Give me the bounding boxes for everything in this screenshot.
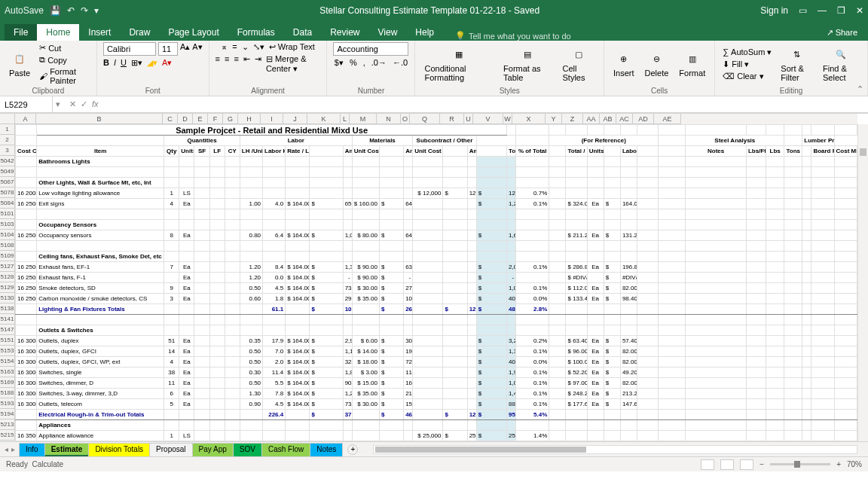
tab-formulas[interactable]: Formulas [228, 24, 284, 41]
zoom-in-icon[interactable]: + [836, 460, 841, 468]
row-header-5067[interactable]: 5067 [0, 177, 15, 188]
number-format-select[interactable]: Accounting [333, 42, 408, 56]
find-select-button[interactable]: 🔍Find & Select [820, 44, 861, 84]
col-header-G[interactable]: G [223, 114, 238, 124]
sheet-tab-pay-app[interactable]: Pay App [192, 443, 234, 456]
col-header-AD[interactable]: AD [633, 114, 654, 124]
tab-view[interactable]: View [369, 24, 407, 41]
col-header-H[interactable]: H [238, 114, 261, 124]
tab-insert[interactable]: Insert [79, 24, 120, 41]
row-header-5154[interactable]: 5154 [0, 356, 15, 367]
sort-filter-button[interactable]: ⇅Sort & Filter [778, 44, 815, 84]
share-button[interactable]: ↗ Share [816, 25, 868, 41]
row-header-5138[interactable]: 5138 [0, 303, 15, 314]
row-header-5163[interactable]: 5163 [0, 367, 15, 377]
col-header-R[interactable]: R [440, 114, 464, 124]
normal-view-icon[interactable] [701, 459, 714, 470]
col-header-Q[interactable]: Q [410, 114, 440, 124]
percent-format-icon[interactable]: % [350, 58, 357, 68]
paste-button[interactable]: 📋Paste [6, 49, 33, 79]
copy-button[interactable]: ⧉ Copy [38, 54, 90, 66]
border-button[interactable]: ⊞▾ [131, 58, 142, 68]
row-header-2[interactable]: 2 [0, 135, 15, 145]
zoom-out-icon[interactable]: − [760, 460, 764, 468]
col-header-U[interactable]: U [464, 114, 473, 124]
maximize-icon[interactable]: ❐ [837, 5, 845, 16]
col-header-AA[interactable]: AA [583, 114, 600, 124]
tab-data[interactable]: Data [284, 24, 321, 41]
row-headers[interactable]: 1235042504950675078508451015103510451085… [0, 124, 15, 441]
column-headers[interactable]: ABCDEFGHIJKLMNOQRUVWXYZAAABACADAE [15, 114, 857, 124]
sheet-tab-proposal[interactable]: Proposal [149, 443, 192, 456]
row-header-5141[interactable]: 5141 [0, 314, 15, 325]
col-header-F[interactable]: F [208, 114, 223, 124]
col-header-V[interactable]: V [473, 114, 503, 124]
row-header-5128[interactable]: 5128 [0, 272, 15, 282]
tab-draw[interactable]: Draw [120, 24, 159, 41]
row-header-5147[interactable]: 5147 [0, 325, 15, 335]
font-size-select[interactable]: 11 [158, 42, 178, 56]
sheet-tab-cash-flow[interactable]: Cash Flow [261, 443, 310, 456]
col-header-X[interactable]: X [512, 114, 546, 124]
sheet-tab-sov[interactable]: SOV [233, 443, 262, 456]
align-top-icon[interactable]: ⌅ [221, 42, 228, 52]
page-layout-view-icon[interactable] [720, 459, 734, 470]
align-right-icon[interactable]: ≡ [234, 54, 238, 74]
sheet-nav-last-icon[interactable]: ▸ [11, 445, 15, 453]
row-header-5169[interactable]: 5169 [0, 377, 15, 388]
horizontal-scrollbar[interactable] [373, 445, 857, 454]
align-center-icon[interactable]: ≡ [225, 54, 229, 74]
col-header-Z[interactable]: Z [562, 114, 583, 124]
fx-icon[interactable]: fx [92, 99, 99, 109]
tab-home[interactable]: Home [37, 24, 79, 41]
col-header-M[interactable]: M [350, 114, 377, 124]
italic-button[interactable]: I [114, 58, 116, 68]
col-header-AC[interactable]: AC [616, 114, 633, 124]
col-header-L[interactable]: L [341, 114, 350, 124]
col-header-A[interactable]: A [15, 114, 36, 124]
row-header-5084[interactable]: 5084 [0, 198, 15, 209]
sheet-tab-notes[interactable]: Notes [310, 443, 343, 456]
row-header-5194[interactable]: 5194 [0, 409, 15, 419]
row-header-3[interactable]: 3 [0, 145, 15, 156]
col-header-I[interactable]: I [261, 114, 283, 124]
name-box[interactable]: L5229 [0, 96, 53, 112]
font-name-select[interactable]: Calibri [103, 42, 156, 56]
row-header-5101[interactable]: 5101 [0, 209, 15, 219]
redo-icon[interactable]: ↷ [81, 5, 88, 16]
col-header-Y[interactable]: Y [546, 114, 562, 124]
row-header-5042[interactable]: 5042 [0, 156, 15, 166]
zoom-slider[interactable] [770, 463, 830, 465]
fill-color-button[interactable]: ◢▾ [147, 58, 157, 68]
cancel-formula-icon[interactable]: ✕ [69, 99, 76, 109]
row-header-5103[interactable]: 5103 [0, 219, 15, 230]
qat-more-icon[interactable]: ▾ [94, 5, 99, 16]
row-header-5151[interactable]: 5151 [0, 335, 15, 346]
enter-formula-icon[interactable]: ✓ [81, 99, 87, 109]
page-break-view-icon[interactable] [740, 459, 753, 470]
tab-help[interactable]: Help [406, 24, 443, 41]
row-header-1[interactable]: 1 [0, 124, 15, 135]
comma-format-icon[interactable]: , [363, 58, 365, 68]
autosum-button[interactable]: ∑ AutoSum ▾ [721, 47, 773, 58]
row-header-5109[interactable]: 5109 [0, 251, 15, 261]
ribbon-mode-icon[interactable]: ▭ [799, 5, 807, 16]
col-header-AB[interactable]: AB [600, 114, 616, 124]
row-header-5104[interactable]: 5104 [0, 230, 15, 240]
underline-button[interactable]: U [121, 58, 127, 68]
font-color-button[interactable]: A▾ [162, 58, 172, 68]
tab-file[interactable]: File [5, 24, 37, 41]
col-header-D[interactable]: D [178, 114, 193, 124]
zoom-level[interactable]: 70% [847, 460, 862, 468]
sheet-tab-info[interactable]: Info [19, 443, 45, 456]
sheet-nav-first-icon[interactable]: ◂ [5, 445, 8, 453]
bold-button[interactable]: B [103, 58, 109, 68]
cut-button[interactable]: ✂ Cut [38, 42, 90, 53]
row-header-5049[interactable]: 5049 [0, 166, 15, 177]
collapse-ribbon-icon[interactable]: ⌃ [857, 84, 863, 94]
decrease-font-icon[interactable]: A▾ [192, 42, 202, 56]
format-as-table-button[interactable]: ▤Format as Table [500, 44, 555, 84]
undo-icon[interactable]: ↶ [67, 5, 75, 16]
merge-center-button[interactable]: ⊟ Merge & Center ▾ [266, 54, 321, 74]
format-painter-button[interactable]: 🖌 Format Painter [38, 66, 90, 86]
